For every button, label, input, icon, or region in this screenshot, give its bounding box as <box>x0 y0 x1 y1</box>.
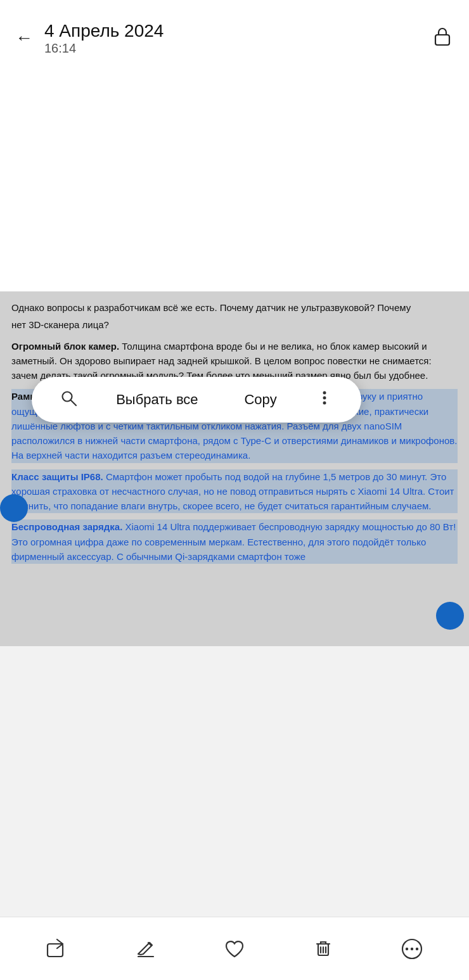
svg-line-2 <box>71 400 76 405</box>
doc-section-wireless: Беспроводная зарядка. Xiaomi 14 Ultra по… <box>11 519 458 564</box>
doc-heading-ip68: Класс защиты IP68. <box>11 471 103 482</box>
delete-button[interactable] <box>305 931 341 967</box>
doc-heading-cameras: Огромный блок камер. <box>11 341 119 352</box>
svg-rect-0 <box>435 35 449 45</box>
popup-select-all-button[interactable]: Выбрать все <box>108 386 205 413</box>
popup-copy-button[interactable]: Copy <box>236 386 284 413</box>
page-title: 4 Апрель 2024 <box>44 20 431 42</box>
bottom-empty-zone <box>0 646 469 919</box>
svg-point-14 <box>406 947 408 950</box>
favorite-button[interactable] <box>217 931 252 967</box>
svg-point-4 <box>323 396 326 399</box>
header: ← 4 Апрель 2024 16:14 <box>0 0 469 76</box>
doc-section-ip68: Класс защиты IP68. Смартфон может пробыт… <box>11 469 458 514</box>
selection-handle-left[interactable] <box>0 494 28 522</box>
document-text: Однако вопросы к разработчикам всё же ес… <box>0 291 469 564</box>
back-button[interactable]: ← <box>15 29 33 47</box>
more-button[interactable] <box>394 931 430 967</box>
svg-point-3 <box>323 391 326 394</box>
doc-line-2: нет 3D-сканера лица? <box>11 317 458 332</box>
selection-popup: Выбрать все Copy <box>32 377 361 423</box>
svg-point-5 <box>323 401 326 404</box>
page-subtitle: 16:14 <box>44 41 431 56</box>
svg-point-15 <box>411 947 413 950</box>
doc-line-3: Огромный блок камер. Толщина смартфона в… <box>11 339 458 383</box>
document-area: Однако вопросы к разработчикам всё же ес… <box>0 291 469 646</box>
content-area: Однако вопросы к разработчикам всё же ес… <box>0 76 469 646</box>
white-top-zone <box>0 76 469 291</box>
bottom-toolbar <box>0 917 469 980</box>
popup-more-button[interactable] <box>316 389 333 411</box>
lock-icon[interactable] <box>431 25 454 52</box>
selection-handle-right[interactable] <box>436 602 464 630</box>
edit-button[interactable] <box>128 931 164 967</box>
doc-line-1: Однако вопросы к разработчикам всё же ес… <box>11 300 458 315</box>
doc-heading-wireless: Беспроводная зарядка. <box>11 521 122 532</box>
header-title-block: 4 Апрель 2024 16:14 <box>44 20 431 56</box>
svg-point-16 <box>416 947 418 950</box>
share-button[interactable] <box>39 931 75 967</box>
popup-search-icon[interactable] <box>60 389 77 411</box>
